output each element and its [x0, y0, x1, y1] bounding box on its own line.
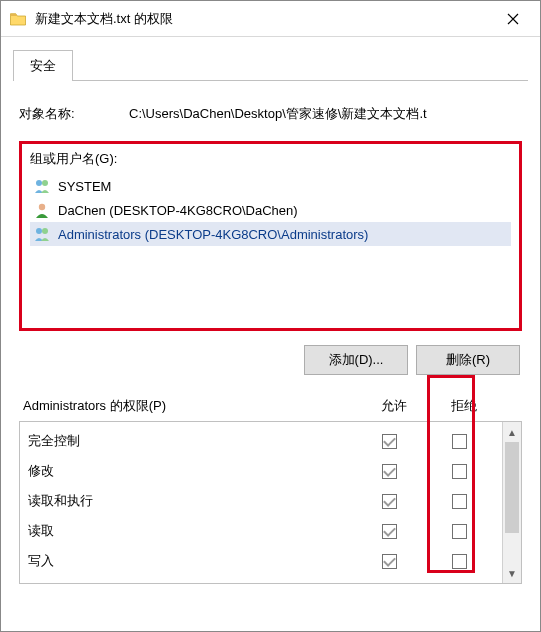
scrollbar[interactable]: ▲ ▼ [502, 422, 521, 583]
permissions-area: Administrators 的权限(P) 允许 拒绝 完全控制 修改 [19, 375, 522, 584]
user-icon [32, 201, 52, 219]
column-allow: 允许 [359, 397, 429, 415]
remove-button[interactable]: 删除(R) [416, 345, 520, 375]
list-item-label: DaChen (DESKTOP-4KG8CRO\DaChen) [58, 203, 298, 218]
deny-cell [424, 433, 494, 449]
permissions-dialog: 新建文本文档.txt 的权限 安全 对象名称: C:\Users\DaChen\… [0, 0, 541, 632]
tab-strip: 安全 [13, 49, 528, 81]
checkbox-allow[interactable] [382, 554, 397, 569]
perm-name: 读取和执行 [28, 492, 354, 510]
add-button[interactable]: 添加(D)... [304, 345, 408, 375]
allow-cell [354, 553, 424, 569]
permissions-rows: 完全控制 修改 读取和执行 读取 [20, 422, 502, 583]
svg-point-2 [39, 204, 45, 210]
group-icon [32, 177, 52, 195]
perm-row: 写入 [20, 546, 502, 576]
list-item[interactable]: Administrators (DESKTOP-4KG8CRO\Administ… [30, 222, 511, 246]
tab-content: 对象名称: C:\Users\DaChen\Desktop\管家速修\新建文本文… [1, 81, 540, 631]
perm-name: 读取 [28, 522, 354, 540]
checkbox-deny[interactable] [452, 464, 467, 479]
svg-point-1 [42, 180, 48, 186]
column-deny: 拒绝 [429, 397, 499, 415]
deny-cell [424, 463, 494, 479]
deny-cell [424, 493, 494, 509]
svg-point-0 [36, 180, 42, 186]
checkbox-allow[interactable] [382, 434, 397, 449]
perm-name: 写入 [28, 552, 354, 570]
object-name-row: 对象名称: C:\Users\DaChen\Desktop\管家速修\新建文本文… [19, 105, 522, 123]
perm-row: 完全控制 [20, 426, 502, 456]
titlebar: 新建文本文档.txt 的权限 [1, 1, 540, 37]
deny-cell [424, 553, 494, 569]
scroll-track[interactable] [503, 442, 521, 563]
group-icon [32, 225, 52, 243]
checkbox-deny[interactable] [452, 434, 467, 449]
svg-point-4 [42, 228, 48, 234]
close-button[interactable] [490, 1, 536, 37]
allow-cell [354, 463, 424, 479]
perm-row: 修改 [20, 456, 502, 486]
allow-cell [354, 433, 424, 449]
permissions-label: Administrators 的权限(P) [23, 397, 359, 415]
permissions-header: Administrators 的权限(P) 允许 拒绝 [23, 397, 518, 415]
permissions-list: 完全控制 修改 读取和执行 读取 [19, 421, 522, 584]
scroll-thumb[interactable] [505, 442, 519, 533]
object-name-label: 对象名称: [19, 105, 129, 123]
checkbox-deny[interactable] [452, 524, 467, 539]
allow-cell [354, 493, 424, 509]
perm-name: 修改 [28, 462, 354, 480]
group-user-list[interactable]: SYSTEM DaChen (DESKTOP-4KG8CRO\DaChen) [30, 174, 511, 246]
list-item[interactable]: DaChen (DESKTOP-4KG8CRO\DaChen) [30, 198, 511, 222]
allow-cell [354, 523, 424, 539]
scroll-up-icon[interactable]: ▲ [503, 422, 521, 442]
list-item[interactable]: SYSTEM [30, 174, 511, 198]
window-title: 新建文本文档.txt 的权限 [35, 10, 490, 28]
deny-cell [424, 523, 494, 539]
scroll-down-icon[interactable]: ▼ [503, 563, 521, 583]
object-name-value: C:\Users\DaChen\Desktop\管家速修\新建文本文档.t [129, 105, 522, 123]
list-item-label: SYSTEM [58, 179, 111, 194]
perm-row: 读取 [20, 516, 502, 546]
svg-point-3 [36, 228, 42, 234]
group-user-box: 组或用户名(G): SYSTEM [19, 141, 522, 331]
perm-name: 完全控制 [28, 432, 354, 450]
checkbox-deny[interactable] [452, 554, 467, 569]
group-user-label: 组或用户名(G): [30, 150, 511, 168]
perm-row: 读取和执行 [20, 486, 502, 516]
tab-security[interactable]: 安全 [13, 50, 73, 81]
folder-icon [9, 10, 27, 28]
checkbox-deny[interactable] [452, 494, 467, 509]
checkbox-allow[interactable] [382, 524, 397, 539]
checkbox-allow[interactable] [382, 494, 397, 509]
group-buttons: 添加(D)... 删除(R) [19, 345, 520, 375]
list-item-label: Administrators (DESKTOP-4KG8CRO\Administ… [58, 227, 368, 242]
checkbox-allow[interactable] [382, 464, 397, 479]
